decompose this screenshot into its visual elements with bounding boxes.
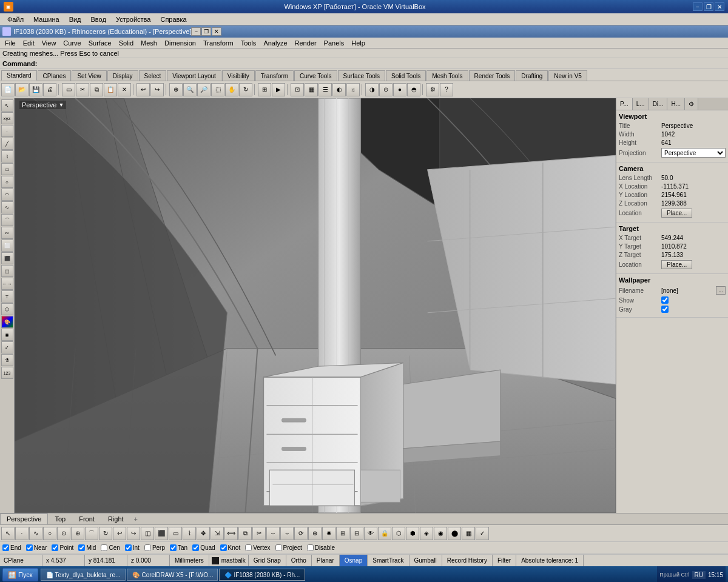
snap-near-cb[interactable] [26,544,33,551]
tool-cut[interactable]: ✂ [76,83,89,96]
btool-offset[interactable]: ⟳ [294,527,308,540]
tab-select[interactable]: Select [139,70,167,81]
btool-check[interactable]: ✓ [476,527,489,540]
tool-4view[interactable]: ⊞ [258,83,271,96]
taskbar-item-1[interactable]: 🎨 CorelDRAW X5 - [F:\WO... [127,569,218,581]
tool-zoom-window[interactable]: ⬚ [211,83,224,96]
snap-knot[interactable]: Knot [220,544,241,551]
vbox-menu-machine[interactable]: Машина [29,15,64,24]
rhino-menu-mesh[interactable]: Mesh [137,39,161,47]
left-tool-mesh[interactable]: ◫ [1,265,13,277]
tab-transform[interactable]: Transform [255,70,294,81]
tool-open[interactable]: 📂 [15,83,29,96]
viewport-main[interactable]: Perspective ▼ [15,98,616,513]
vbox-minimize[interactable]: − [693,2,703,11]
btool-explode[interactable]: ✸ [322,527,335,540]
status-planar[interactable]: Planar [312,555,340,566]
btool-4[interactable]: ⊙ [57,527,70,540]
snap-end[interactable]: End [2,544,21,551]
btool-boolean[interactable]: ⬤ [448,527,461,540]
snap-mid-cb[interactable] [78,544,85,551]
vbox-menu-input[interactable]: Ввод [86,15,111,24]
snap-tan[interactable]: Tan [170,544,187,551]
snap-disable-cb[interactable] [307,544,314,551]
rhino-menu-render[interactable]: Render [291,39,320,47]
left-tool-select[interactable]: ↖ [1,99,13,112]
rp-projection-select[interactable]: Perspective Parallel [661,148,726,158]
tool-box[interactable]: ▭ [62,83,75,96]
tool-pan[interactable]: ✋ [225,83,238,96]
tool-layer[interactable]: ☰ [318,83,332,96]
snap-cen[interactable]: Cen [101,544,120,551]
rp-tab-properties[interactable]: P... [616,98,633,110]
rhino-menu-panels[interactable]: Panels [320,39,348,47]
btool-ungroup[interactable]: ⊟ [350,527,363,540]
vbox-menu-devices[interactable]: Устройства [111,15,156,24]
tab-set-view[interactable]: Set View [72,70,106,81]
rp-filename-browse-btn[interactable]: ... [716,286,726,295]
btool-2[interactable]: ∿ [29,527,42,540]
status-osnap[interactable]: Osnap [340,555,368,566]
tool-print[interactable]: 🖨 [43,83,56,96]
rhino-menu-view[interactable]: View [38,39,60,47]
btool-10[interactable]: ◫ [141,527,154,540]
snap-tan-cb[interactable] [170,544,177,551]
tool-options[interactable]: ⚙ [426,83,439,96]
tool-render-preview[interactable]: ▶ [272,83,285,96]
snap-vertex[interactable]: Vertex [245,544,270,551]
bvt-top[interactable]: Top [48,513,72,524]
rhino-minimize[interactable]: − [191,27,201,36]
bvt-front[interactable]: Front [72,513,101,524]
btool-sel-all[interactable]: ⬡ [392,527,405,540]
btool-scale[interactable]: ⇲ [211,527,224,540]
btool-fillet[interactable]: ⌣ [280,527,294,540]
btool-5[interactable]: ⊕ [71,527,84,540]
taskbar-item-0[interactable]: 📄 Texty_dlya_bukleta_re... [41,569,126,581]
tool-zoom-out[interactable]: 🔎 [197,83,211,96]
btool-copy-arr[interactable]: ⧉ [238,527,252,540]
snap-quad[interactable]: Quad [192,544,215,551]
tab-drafting[interactable]: Drafting [516,70,548,81]
command-input[interactable] [39,59,726,68]
vbox-menu-help[interactable]: Справка [155,15,191,24]
btool-group[interactable]: ⊞ [336,527,349,540]
left-tool-polyline[interactable]: ⌇ [1,150,13,162]
snap-perp-cb[interactable] [144,544,151,551]
snap-point-cb[interactable] [52,544,58,551]
left-tool-sphere[interactable]: ◉ [1,329,13,341]
rhino-menu-edit[interactable]: Edit [19,39,38,47]
rp-tab-settings[interactable]: ⚙ [685,98,698,110]
rhino-restore[interactable]: ❐ [201,27,211,36]
left-tool-color[interactable]: 🎨 [1,316,13,328]
start-button[interactable]: 🪟 Пуск [2,568,38,581]
tab-standard[interactable]: Standard [1,70,37,81]
btool-lock[interactable]: 🔒 [378,527,391,540]
left-tool-nurbs[interactable]: ∾ [1,227,13,239]
snap-vertex-cb[interactable] [245,544,252,551]
left-tool-freeform[interactable]: ⌒ [1,214,13,226]
btool-move[interactable]: ✥ [197,527,210,540]
tool-zoom-in[interactable]: 🔍 [183,83,197,96]
btool-mesh-rep[interactable]: ◈ [420,527,433,540]
snap-point[interactable]: Point [52,544,73,551]
btool-7[interactable]: ↻ [99,527,112,540]
btool-13[interactable]: ⌇ [183,527,196,540]
left-tool-rect[interactable]: ▭ [1,163,13,175]
tab-visibility[interactable]: Visibility [222,70,255,81]
left-tool-dim[interactable]: ←→ [1,278,13,290]
snap-disable[interactable]: Disable [307,544,335,551]
tool-copy[interactable]: ⧉ [90,83,103,96]
snap-project[interactable]: Project [275,544,302,551]
vbox-close[interactable]: ✕ [715,2,724,11]
btool-mesh-join[interactable]: ◉ [434,527,447,540]
tab-cplanes[interactable]: CPlanes [38,70,72,81]
btool-6[interactable]: ⌒ [85,527,98,540]
left-tool-curve[interactable]: ∿ [1,201,13,213]
btool-join[interactable]: ⊕ [308,527,322,540]
btool-more[interactable]: ▦ [462,527,475,540]
tab-curve-tools[interactable]: Curve Tools [294,70,337,81]
tab-surface-tools[interactable]: Surface Tools [338,70,385,81]
status-ortho[interactable]: Ortho [286,555,312,566]
btool-11[interactable]: ⬛ [155,527,168,540]
status-record-history[interactable]: Record History [442,555,493,566]
